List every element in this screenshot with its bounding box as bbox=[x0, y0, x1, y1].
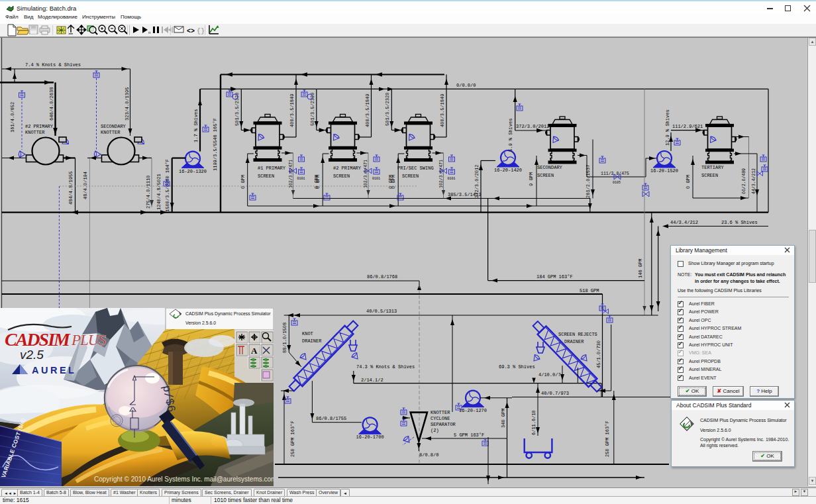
svg-text:SCREEN: SCREEN bbox=[701, 173, 718, 178]
svg-text:TERTIARY: TERTIARY bbox=[701, 165, 724, 170]
svg-text:45/1.0/730: 45/1.0/730 bbox=[596, 340, 601, 368]
svg-text:SCREEN: SCREEN bbox=[402, 174, 419, 179]
svg-text:102/3.5/471: 102/3.5/471 bbox=[289, 160, 293, 188]
svg-text:CADSIM Plus Dynamic Process Si: CADSIM Plus Dynamic Process Simulator bbox=[185, 311, 271, 317]
svg-text:0/0.0/0: 0/0.0/0 bbox=[456, 83, 476, 88]
svg-text:400/3.5/1849: 400/3.5/1849 bbox=[440, 94, 445, 127]
svg-text:9 GPM: 9 GPM bbox=[529, 172, 534, 186]
svg-text:184 GPM 163°F: 184 GPM 163°F bbox=[536, 274, 573, 279]
svg-text:44/3.4/212: 44/3.4/212 bbox=[752, 168, 756, 194]
svg-text:66/2.6/489: 66/2.6/489 bbox=[742, 168, 746, 194]
svg-text:501/3.5/2320: 501/3.5/2320 bbox=[234, 93, 240, 126]
svg-text:5 GPM 163°F: 5 GPM 163°F bbox=[454, 432, 484, 438]
svg-text:12.9 % Shives: 12.9 % Shives bbox=[665, 109, 670, 146]
svg-text:PRI/SEC SWING: PRI/SEC SWING bbox=[397, 166, 434, 171]
svg-text:v2.5: v2.5 bbox=[20, 348, 44, 362]
svg-text:111/3.8/475: 111/3.8/475 bbox=[601, 172, 629, 176]
svg-text:111/2.9/621: 111/2.9/621 bbox=[672, 124, 703, 129]
svg-text:161/4.0/652: 161/4.0/652 bbox=[10, 102, 15, 132]
svg-text:A: A bbox=[251, 346, 258, 356]
svg-text:646/4.0/2638: 646/4.0/2638 bbox=[49, 87, 54, 121]
svg-text:{}: {} bbox=[197, 28, 205, 35]
svg-text:102/3.5/471: 102/3.5/471 bbox=[439, 160, 444, 188]
svg-text:Version 2.5.6.0: Version 2.5.6.0 bbox=[185, 321, 216, 325]
svg-text:Copyright © 2010 Aurel Syste: Copyright © 2010 Aurel Systems Inc. mail… bbox=[94, 476, 274, 483]
svg-text:SCREEN: SCREEN bbox=[258, 174, 274, 179]
svg-text:0 GPM: 0 GPM bbox=[314, 175, 319, 189]
svg-text:KNOT: KNOT bbox=[302, 331, 313, 336]
svg-text:372/3.0/2012: 372/3.0/2012 bbox=[516, 124, 549, 129]
svg-text:4/10.0/7: 4/10.0/7 bbox=[538, 372, 561, 378]
svg-text:<>: <> bbox=[187, 28, 195, 35]
svg-text:DRAINER: DRAINER bbox=[564, 339, 584, 344]
svg-text:16-20-1420: 16-20-1420 bbox=[494, 168, 522, 173]
svg-text:2/14.1/2: 2/14.1/2 bbox=[361, 378, 383, 383]
svg-text:102/3.5/471: 102/3.5/471 bbox=[364, 160, 368, 188]
svg-text:16-20-1320: 16-20-1320 bbox=[179, 169, 207, 174]
svg-text:400/3.5/1849: 400/3.5/1849 bbox=[365, 94, 370, 127]
svg-text:PLUS: PLUS bbox=[71, 332, 106, 348]
svg-text:AUREL: AUREL bbox=[32, 365, 76, 376]
svg-text:5.9 % Shives: 5.9 % Shives bbox=[508, 119, 513, 152]
svg-text:0 GPM: 0 GPM bbox=[388, 175, 393, 189]
svg-text:SECONDARY: SECONDARY bbox=[537, 165, 563, 170]
svg-text:#2 PRIMARY: #2 PRIMARY bbox=[25, 124, 54, 129]
svg-text:0101: 0101 bbox=[372, 177, 380, 181]
svg-text:275/4.0/1110: 275/4.0/1110 bbox=[146, 176, 151, 209]
svg-text:SCREEN REJECTS: SCREEN REJECTS bbox=[558, 332, 597, 337]
svg-text:CADSIM: CADSIM bbox=[5, 329, 71, 350]
svg-text:74.3 % Knots & Shives: 74.3 % Knots & Shives bbox=[356, 364, 415, 370]
svg-text:48/4.0/194: 48/4.0/194 bbox=[83, 172, 88, 199]
svg-text:484/4.8/1955: 484/4.8/1955 bbox=[68, 172, 74, 205]
svg-text:340 GPM: 340 GPM bbox=[501, 409, 506, 428]
svg-text:40/0.5/1313: 40/0.5/1313 bbox=[366, 309, 397, 314]
svg-text:69.3 % Shives: 69.3 % Shives bbox=[499, 364, 535, 370]
svg-text:40/0.7/973: 40/0.7/973 bbox=[541, 391, 569, 396]
svg-text:86/0.8/1768: 86/0.8/1768 bbox=[367, 274, 397, 279]
svg-text:1.7 % Shives: 1.7 % Shives bbox=[193, 109, 199, 142]
svg-text:0105: 0105 bbox=[613, 181, 621, 185]
svg-text:1199/3.5/5546 165°F: 1199/3.5/5546 165°F bbox=[213, 118, 218, 171]
svg-text:23.6 % Shives: 23.6 % Shives bbox=[721, 220, 758, 225]
svg-text:250 GPM 163°F: 250 GPM 163°F bbox=[605, 421, 610, 457]
svg-text:518 GPM: 518 GPM bbox=[580, 288, 599, 293]
svg-text:KNOTTER: KNOTTER bbox=[25, 130, 45, 135]
svg-text:CYCLONE: CYCLONE bbox=[431, 416, 450, 421]
svg-text:272/3.0/2012: 272/3.0/2012 bbox=[474, 165, 480, 198]
svg-text:86/0.8/1755: 86/0.8/1755 bbox=[316, 416, 346, 421]
svg-text:0 GPM: 0 GPM bbox=[686, 175, 691, 189]
svg-text:16-20-1700: 16-20-1700 bbox=[356, 434, 384, 440]
svg-text:0 GPM: 0 GPM bbox=[240, 175, 246, 189]
svg-text:7.4 % Knots & Shives: 7.4 % Knots & Shives bbox=[25, 62, 81, 68]
svg-text:501/3.5/2320: 501/3.5/2320 bbox=[385, 93, 390, 126]
svg-text:8/0.8/0: 8/0.8/0 bbox=[419, 452, 438, 458]
svg-text:323/4.0/1395: 323/4.0/1395 bbox=[125, 87, 130, 121]
svg-text:#1 PRIMARY: #1 PRIMARY bbox=[258, 166, 286, 171]
svg-text:0101: 0101 bbox=[297, 177, 305, 181]
svg-text:6/11.6/10: 6/11.6/10 bbox=[531, 410, 536, 435]
svg-text:SCREEN: SCREEN bbox=[333, 174, 350, 179]
svg-text:#2 PRIMARY: #2 PRIMARY bbox=[333, 166, 362, 171]
svg-text:400/3.5/1849: 400/3.5/1849 bbox=[289, 94, 295, 127]
svg-text:KNOTTER: KNOTTER bbox=[431, 410, 450, 415]
svg-text:0101: 0101 bbox=[448, 177, 456, 181]
svg-text:146 GPM: 146 GPM bbox=[638, 259, 643, 278]
svg-text:SCREEN: SCREEN bbox=[537, 173, 554, 178]
svg-text:DRAINER: DRAINER bbox=[302, 338, 322, 344]
svg-text:88/1.0/1508: 88/1.0/1508 bbox=[282, 323, 287, 353]
svg-text:250 GPM 163°F: 250 GPM 163°F bbox=[290, 421, 295, 457]
svg-text:16-20-1270: 16-20-1270 bbox=[459, 408, 487, 413]
svg-text:SEPARATOR: SEPARATOR bbox=[431, 422, 456, 427]
svg-text:KNOTTER: KNOTTER bbox=[101, 130, 121, 135]
svg-text:SECONDARY: SECONDARY bbox=[101, 124, 127, 129]
svg-text:(2): (2) bbox=[431, 428, 439, 433]
svg-text:1240/4.8/5021: 1240/4.8/5021 bbox=[156, 174, 162, 210]
svg-text:n: n bbox=[148, 30, 150, 34]
svg-text:16-20-1520: 16-20-1520 bbox=[650, 168, 678, 174]
svg-text:44/3.4/212: 44/3.4/212 bbox=[670, 220, 698, 225]
svg-text:261/2.0/1537: 261/2.0/1537 bbox=[586, 165, 591, 198]
